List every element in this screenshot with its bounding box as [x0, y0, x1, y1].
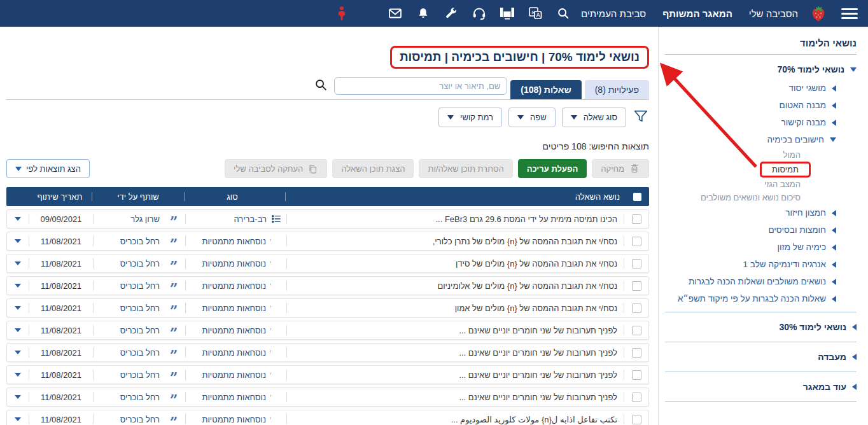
bell-icon[interactable]	[416, 6, 431, 21]
table-row: נסח/י את תגובת ההמסה של {n} מולים של אלו…	[6, 276, 649, 295]
row-checkbox[interactable]	[632, 393, 641, 402]
divider	[29, 258, 29, 268]
row-checkbox[interactable]	[632, 303, 641, 313]
row-expand-caret[interactable]	[15, 328, 21, 332]
header-shared-by: שותף על ידי	[117, 192, 159, 202]
search-input[interactable]	[334, 77, 507, 95]
question-topic[interactable]: נסח/י את תגובת ההמסה של {n} מולים של נתר…	[426, 237, 624, 246]
question-topic[interactable]: נסח/י את תגובת ההמסה של {n} מולים של אלו…	[431, 281, 624, 291]
divider	[185, 236, 186, 246]
tab-questions[interactable]: שאלות (108)	[510, 80, 581, 99]
top-navbar: הסביבה שלי המאגר המשותף סביבת העמיתים אA	[0, 0, 868, 27]
divider	[286, 236, 287, 246]
header-share-date: תאריך שיתוף	[38, 192, 83, 202]
row-expand-caret[interactable]	[15, 417, 21, 421]
row-expand-caret[interactable]	[15, 239, 21, 243]
question-type: נוסחאות מתמטיות	[202, 415, 266, 424]
svg-text:A: A	[536, 12, 541, 18]
hamburger-menu-icon[interactable]	[839, 6, 860, 22]
question-topic[interactable]: تكتب تفاعل اذابه ل{n} مولات كلوريد الصود…	[445, 415, 624, 424]
question-topic[interactable]: נסח/י את תגובת ההמסה של {n} מולים של אמו…	[449, 303, 624, 313]
sidebar-item-more-in-repository[interactable]: עוד במאגר	[665, 377, 857, 397]
sidebar-item-chemistry-calculations[interactable]: חישובים בכימיה	[665, 131, 857, 148]
filter-question-type[interactable]: סוג שאלה	[562, 108, 626, 127]
sidebar-item-bagrut-prep[interactable]: שאלות הכנה לבגרות על פי מיקוד תשפ״א	[665, 290, 857, 307]
show-results-by-button[interactable]: הצג תוצאות לפי	[6, 159, 90, 178]
enable-editing-button[interactable]: הפעלת עריכה	[518, 159, 587, 178]
translate-icon[interactable]: אA	[528, 6, 543, 21]
sidebar-item-topic-summary[interactable]: סיכום נושא ונושאים משולבים	[665, 191, 857, 204]
row-expand-caret[interactable]	[15, 373, 21, 377]
row-expand-caret[interactable]	[15, 261, 21, 265]
sidebar-item-energy-dynamics[interactable]: אנרגיה ודינמיקה שלב 1	[665, 256, 857, 273]
strawberry-logo-icon[interactable]	[808, 3, 829, 24]
sidebar-item-basic-concepts[interactable]: מושגי יסוד	[665, 80, 857, 97]
row-checkbox[interactable]	[632, 281, 641, 291]
divider	[185, 370, 186, 380]
select-all-checkbox[interactable]	[633, 193, 641, 201]
sidebar-item-redox[interactable]: חמצון חיזור	[665, 204, 857, 221]
sidebar-item-food-chemistry[interactable]: כימיה של מזון	[665, 239, 857, 256]
sidebar-item-topics-30[interactable]: נושאי לימוד 30%	[665, 317, 857, 337]
sidebar-item-acids-bases[interactable]: חומצות ובסיסים	[665, 221, 857, 239]
tab-activities[interactable]: פעילויות (8)	[585, 80, 649, 99]
sidebar-item-topics-70[interactable]: נושאי לימוד 70%	[665, 59, 857, 80]
row-expand-caret[interactable]	[15, 306, 21, 310]
row-expand-caret[interactable]	[15, 351, 21, 354]
row-expand-caret[interactable]	[15, 395, 21, 399]
question-topic[interactable]: לפניך תערובות של שני חומרים יוניים שאינם…	[452, 348, 624, 358]
sidebar-item-gaseous-state[interactable]: המצב הגזי	[665, 178, 857, 191]
search-icon	[314, 78, 328, 94]
question-type: נוסחאות מתמטיות	[202, 237, 266, 246]
divider	[286, 370, 287, 380]
delete-button[interactable]: מחיקה	[592, 159, 649, 178]
question-topic[interactable]: לפניך תערובות של שני חומרים יוניים שאינם…	[452, 393, 624, 402]
periodic-table-icon[interactable]	[500, 6, 515, 21]
divider	[286, 214, 287, 224]
row-checkbox[interactable]	[632, 326, 641, 335]
chevron-down-icon	[15, 167, 22, 171]
nav-item-my-environment[interactable]: הסביבה שלי	[749, 8, 798, 19]
row-checkbox[interactable]	[632, 415, 641, 424]
sidebar-item-structure-bonding[interactable]: מבנה וקישור	[665, 114, 857, 131]
shared-quote-icon: ”	[170, 307, 178, 314]
envelope-icon[interactable]	[388, 6, 403, 21]
wrench-icon[interactable]	[444, 6, 459, 21]
accessibility-icon[interactable]	[334, 6, 349, 21]
sidebar-item-lab[interactable]: מעבדה	[665, 347, 857, 367]
question-topic[interactable]: לפניך תערובות של שני חומרים יוניים שאינם…	[452, 326, 624, 335]
row-checkbox[interactable]	[632, 370, 641, 380]
divider	[185, 414, 186, 424]
sidebar-item-solutions[interactable]: תמיסות	[665, 162, 857, 178]
red-highlight-box[interactable]: תמיסות	[760, 162, 811, 178]
chevron-down-icon	[447, 115, 454, 120]
filter-difficulty[interactable]: רמת קושי	[438, 108, 502, 127]
row-checkbox[interactable]	[632, 237, 641, 246]
math-icon: √x	[270, 393, 281, 402]
table-row: נסח/י את תגובת ההמסה של {n} מולים של נתר…	[6, 232, 649, 251]
question-topic[interactable]: הכינו תמיסה מימית על ידי המסת 29.6 גרם F…	[429, 214, 624, 224]
sidebar-item-combined-topics[interactable]: נושאים משולבים ושאלות הכנה לבגרות	[665, 273, 857, 290]
hide-question-content-button[interactable]: הסתרת תוכן שאלה/ות	[419, 159, 512, 178]
copy-to-my-environment-button[interactable]: העתקה לסביבה שלי	[225, 159, 327, 178]
question-type: נוסחאות מתמטיות	[202, 326, 266, 335]
filter-language[interactable]: שפה	[508, 108, 556, 127]
row-checkbox[interactable]	[632, 259, 641, 268]
search-icon[interactable]	[556, 6, 571, 21]
row-expand-caret[interactable]	[15, 284, 21, 288]
row-checkbox[interactable]	[632, 214, 641, 224]
row-checkbox[interactable]	[632, 348, 641, 358]
row-expand-caret[interactable]	[15, 217, 21, 221]
show-question-content-button[interactable]: הצגת תוכן השאלה	[332, 159, 414, 178]
svg-text:√x: √x	[270, 416, 271, 423]
sidebar-item-the-mole[interactable]: המול	[665, 148, 857, 162]
nav-item-shared-repository[interactable]: המאגר המשותף	[662, 8, 732, 19]
question-topic[interactable]: לפניך תערובות של שני חומרים יוניים שאינם…	[452, 370, 624, 380]
nav-item-peers-environment[interactable]: סביבת העמיתים	[581, 8, 646, 19]
divider	[185, 258, 186, 268]
headset-icon[interactable]	[472, 6, 487, 21]
sidebar-item-atom-structure[interactable]: מבנה האטום	[665, 97, 857, 114]
filter-funnel-icon[interactable]	[633, 108, 649, 127]
question-topic[interactable]: נסח/י את תגובת ההמסה של {n} מולים של סיד…	[449, 259, 624, 268]
actions-bar: מחיקה הפעלת עריכה הסתרת תוכן שאלה/ות הצג…	[6, 159, 649, 178]
